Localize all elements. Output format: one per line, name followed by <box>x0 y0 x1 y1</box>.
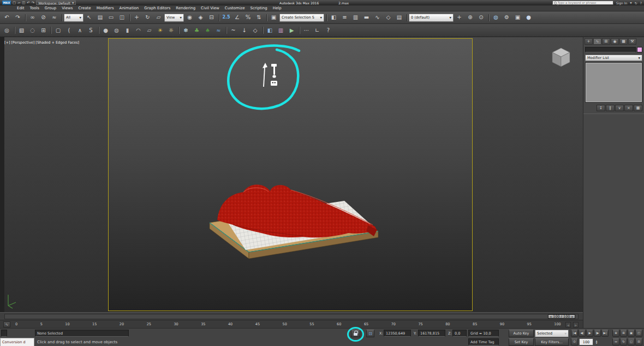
context-help-button[interactable]: ? ▼ <box>323 25 333 35</box>
percent-snap-button[interactable]: % ▼ <box>243 13 253 23</box>
layer-dropdown[interactable]: 0 (default) ▼ <box>409 14 454 22</box>
redo-button[interactable]: ↷ ▼ <box>13 13 23 23</box>
selection-filter-dropdown[interactable]: All ▼ <box>64 14 84 22</box>
sphere-primitive-button[interactable]: ● ▼ <box>100 25 111 35</box>
measure-distance-button[interactable]: ∟ ▼ <box>312 25 323 35</box>
zoom-all-button[interactable]: ⊞ <box>620 330 627 337</box>
selection-region-button[interactable]: ▭ ▼ <box>106 13 116 23</box>
foliage-button[interactable]: ♣ ▼ <box>192 25 202 35</box>
menu-item[interactable]: Rendering <box>173 6 198 10</box>
simulate-cloth-button[interactable]: ▶ ▼ <box>287 25 297 35</box>
tree-button[interactable]: ♠ ▼ <box>202 25 213 35</box>
mini-listener-scroll[interactable] <box>1 330 7 337</box>
toggle-scene-explorer-button[interactable]: ▥ ▼ <box>350 13 361 23</box>
save-file-button[interactable]: ◫ <box>22 1 25 5</box>
set-key-button[interactable]: Set Key <box>509 338 534 346</box>
frame-back-arrow[interactable]: ◂ <box>550 315 552 318</box>
rendered-frame-window-button[interactable]: ▣ ▼ <box>512 13 523 23</box>
select-and-manipulate-button[interactable]: ◈ ▼ <box>195 13 206 23</box>
edit-named-selections-button[interactable]: ▣ ▼ <box>269 13 279 23</box>
time-slider-handle[interactable]: ◂ 100 / 100 ▸ <box>548 314 575 319</box>
add-time-tag[interactable]: Add Time Tag <box>468 338 499 345</box>
select-object-button[interactable]: ↖ ▼ <box>84 13 94 23</box>
viewport-label[interactable]: [+] [Perspective] [Shaded + Edged Faces] <box>4 40 79 45</box>
sign-in-button[interactable]: Sign In <box>616 1 628 5</box>
trackbar-next-button[interactable]: ▹ <box>573 322 579 327</box>
frame-spinner[interactable]: ▲▼ <box>594 338 599 345</box>
configure-modifier-sets-button[interactable]: ▦ <box>634 105 642 111</box>
curve-editor-button[interactable]: ∿ ▼ <box>372 13 383 23</box>
time-slider-track[interactable]: ◂ 100 / 100 ▸ <box>4 314 579 319</box>
object-color-swatch[interactable] <box>637 47 642 52</box>
standard-primitives-button[interactable]: ▧ ▼ <box>16 25 27 35</box>
menu-item[interactable]: Edit <box>14 6 27 10</box>
geosphere-primitive-button[interactable]: ◍ ▼ <box>111 25 122 35</box>
selection-lock-toggle-button[interactable] <box>351 330 360 337</box>
next-frame-button[interactable]: |▶ <box>594 330 601 337</box>
go-to-start-button[interactable]: |◀ <box>571 330 578 337</box>
trackbar-prev-button[interactable]: ◃ <box>565 322 571 327</box>
angle-snap-button[interactable]: ∠ ▼ <box>232 13 242 23</box>
pin-stack-button[interactable]: ↧ <box>597 105 605 111</box>
menu-item[interactable]: Modifiers <box>94 6 117 10</box>
cloth-modifier-button[interactable]: ◧ ▼ <box>265 25 275 35</box>
maxscript-mini-listener[interactable]: Conversion d <box>0 338 34 346</box>
create-new-layer-button[interactable]: + ▼ <box>454 13 464 23</box>
select-and-move-button[interactable]: + ▼ <box>132 13 142 23</box>
tab-modify[interactable]: ∿ <box>593 38 601 45</box>
help-icon[interactable]: ? <box>640 1 642 5</box>
menu-item[interactable]: Create <box>75 6 93 10</box>
sunlight-button[interactable]: ☀ ▼ <box>155 25 165 35</box>
communication-center-icon[interactable]: ↻ <box>635 1 637 5</box>
pan-view-button[interactable]: ↔ <box>612 338 619 345</box>
y-coordinate-field[interactable]: 16178,815 <box>418 330 445 337</box>
object-name-field[interactable] <box>585 47 636 52</box>
active-viewport[interactable] <box>108 38 473 311</box>
play-button[interactable]: ▶ <box>586 330 593 337</box>
menu-item[interactable]: Customize <box>222 6 248 10</box>
modifier-preset-button[interactable]: ▢ ▼ <box>53 25 63 35</box>
orbit-button[interactable]: ↻ <box>620 338 627 345</box>
search-input[interactable] <box>558 1 610 4</box>
teapot-primitive-button[interactable]: ◠ ▼ <box>133 25 144 35</box>
material-editor-button[interactable]: ◍ ▼ <box>491 13 501 23</box>
app-logo[interactable]: MAX <box>2 1 11 5</box>
toggle-ribbon-button[interactable]: ▬ ▼ <box>361 13 372 23</box>
garment-maker-button[interactable]: ▥ ▼ <box>276 25 286 35</box>
menu-item[interactable]: Tools <box>27 6 42 10</box>
tab-hierarchy[interactable]: ⊞ <box>602 38 610 45</box>
undo-quick-button[interactable]: ↶ <box>27 1 29 5</box>
spinner-snap-button[interactable]: ⇅ ▼ <box>254 13 264 23</box>
select-by-name-button[interactable]: ▤ ▼ <box>95 13 105 23</box>
open-file-button[interactable]: ▱ <box>17 1 20 5</box>
zoom-extents-button[interactable]: ▣ <box>628 330 635 337</box>
render-setup-button[interactable]: ⚙ ▼ <box>502 13 512 23</box>
key-filters-button[interactable]: Key Filters... <box>535 338 569 346</box>
bend-modifier-button[interactable]: ( ▼ <box>64 25 74 35</box>
viewport-nav-button[interactable]: ◎ ▼ <box>2 25 12 35</box>
key-mode-toggle-button[interactable]: ⊙ <box>571 338 578 345</box>
cylinder-primitive-button[interactable]: ▮ ▼ <box>122 25 133 35</box>
maximize-viewport-toggle-button[interactable]: ◱ <box>628 338 635 345</box>
tab-utilities[interactable]: ⚒ <box>628 38 636 45</box>
named-selection-dropdown[interactable]: Create Selection S ▼ <box>279 14 324 22</box>
select-and-link-button[interactable]: ∞ ▼ <box>27 13 38 23</box>
keyboard-override-toggle-button[interactable]: ⊟ ▼ <box>206 13 217 23</box>
array-tool-button[interactable]: ⋯ ▼ <box>301 25 312 35</box>
viewport-layout-button[interactable]: ⊟ <box>635 338 642 345</box>
go-to-end-button[interactable]: ▶| <box>601 330 609 337</box>
add-selection-to-layer-button[interactable]: ⊕ ▼ <box>465 13 475 23</box>
search-box[interactable] <box>552 1 613 5</box>
make-unique-button[interactable]: ∨ <box>615 105 624 111</box>
previous-frame-button[interactable]: ◀| <box>579 330 586 337</box>
tab-display[interactable]: ▦ <box>619 38 628 45</box>
show-end-result-button[interactable]: ∥ <box>606 105 615 111</box>
window-crossing-toggle-button[interactable]: ◫ ▼ <box>117 13 127 23</box>
zoom-button[interactable]: ⊕ <box>612 330 619 337</box>
shapes-button[interactable]: ◌ ▼ <box>27 25 38 35</box>
unlink-selection-button[interactable]: ⊘ ▼ <box>38 13 49 23</box>
menu-item[interactable]: Animation <box>117 6 142 10</box>
viewcube[interactable] <box>548 46 574 70</box>
gravity-force-button[interactable]: ↓ ▼ <box>239 25 249 35</box>
menu-item[interactable]: Help <box>270 6 284 10</box>
